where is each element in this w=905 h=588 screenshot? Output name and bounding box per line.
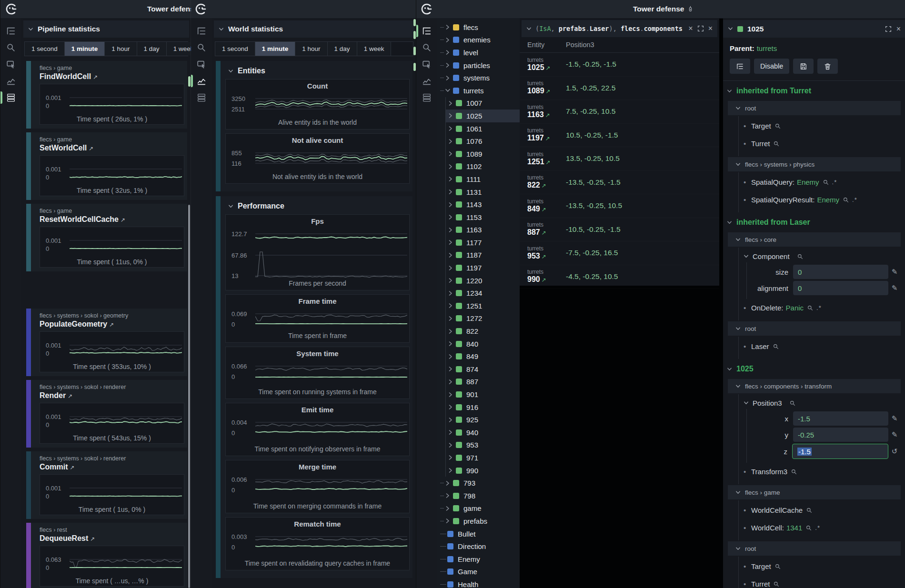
tree-item-793[interactable]: 793 — [437, 477, 520, 489]
inspector-scope-bar[interactable]: root — [728, 541, 901, 556]
tree-item-1220[interactable]: 1220 — [446, 274, 520, 287]
tab-1-day[interactable]: 1 day — [328, 42, 357, 56]
tree-item-Bullet[interactable]: Bullet — [437, 528, 520, 540]
stats-icon[interactable] — [422, 76, 432, 86]
tree-icon[interactable] — [6, 26, 16, 36]
expand-icon[interactable] — [697, 25, 704, 32]
tree-item-1007[interactable]: 1007 — [446, 97, 520, 110]
entity-link[interactable]: 1251↗ — [527, 158, 566, 167]
tree-item-916[interactable]: 916 — [446, 401, 520, 414]
chevron-right-icon[interactable] — [448, 252, 453, 258]
query-result-row[interactable]: turrets887↗-10.5, -0.25, -1.5 — [520, 218, 719, 242]
component-expandable[interactable]: Component — [739, 249, 905, 262]
chevron-right-icon[interactable] — [445, 506, 451, 511]
chevron-right-icon[interactable] — [448, 366, 453, 372]
chevron-right-icon[interactable] — [448, 126, 453, 131]
tree-icon[interactable] — [422, 26, 432, 36]
tree-item-1272[interactable]: 1272 — [446, 312, 520, 325]
chevron-right-icon[interactable] — [448, 329, 453, 334]
tree-item-1251[interactable]: 1251 — [446, 299, 520, 312]
entity-link[interactable]: 953↗ — [527, 252, 566, 261]
chevron-right-icon[interactable] — [448, 316, 453, 321]
entity-link[interactable]: 1197↗ — [527, 134, 566, 143]
edit-pencil-icon[interactable]: ✎ — [888, 284, 901, 292]
tree-item-1076[interactable]: 1076 — [446, 135, 520, 148]
tree-item-Health[interactable]: Health — [437, 578, 520, 588]
field-input-z[interactable]: -1.5 — [792, 444, 888, 459]
chevron-right-icon[interactable] — [445, 24, 451, 30]
tree-item-1163[interactable]: 1163 — [446, 224, 520, 237]
field-input-size[interactable]: 0 — [793, 265, 888, 279]
tree-item-1234[interactable]: 1234 — [446, 287, 520, 299]
section-header[interactable]: Performance — [216, 197, 412, 214]
query-icon[interactable] — [422, 59, 432, 70]
tree-item-953[interactable]: 953 — [446, 439, 520, 452]
component-value-link[interactable]: 1341 — [786, 524, 802, 532]
chevron-right-icon[interactable] — [448, 417, 453, 423]
search-icon[interactable] — [797, 253, 804, 260]
tree-item-enemies[interactable]: enemies — [437, 34, 520, 47]
chevron-right-icon[interactable] — [448, 151, 453, 157]
tree-item-849[interactable]: 849 — [446, 350, 520, 363]
system-title-link[interactable]: PopulateGeometry↗ — [40, 320, 184, 329]
chevron-right-icon[interactable] — [448, 164, 453, 169]
tree-item-level[interactable]: level — [437, 46, 520, 59]
tree-item-1131[interactable]: 1131 — [446, 186, 520, 199]
chevron-right-icon[interactable] — [445, 75, 451, 81]
chevron-right-icon[interactable] — [445, 37, 451, 43]
query-expression[interactable]: (IsA, prefabs.Laser), flecs.components — [535, 25, 684, 32]
inspector-scope-bar[interactable]: flecs › game — [728, 485, 901, 499]
field-input-alignment[interactable]: 0 — [793, 281, 888, 295]
tree-item-940[interactable]: 940 — [446, 426, 520, 439]
system-title-link[interactable]: SetWorldCell↗ — [40, 144, 184, 152]
disable-button[interactable]: Disable — [754, 59, 789, 74]
query-result-row[interactable]: turrets1197↗10.5, -0.25, -1.5 — [520, 124, 719, 148]
chevron-down-icon[interactable] — [728, 26, 733, 31]
inspector-scope-bar[interactable]: root — [728, 321, 901, 336]
tree-item-Enemy[interactable]: Enemy — [437, 553, 520, 566]
search-icon[interactable] — [789, 400, 796, 407]
tree-view-button[interactable] — [730, 59, 750, 74]
inspector-group-header[interactable]: inherited from Turret — [723, 81, 905, 100]
search-icon[interactable] — [823, 179, 829, 186]
chevron-right-icon[interactable] — [448, 429, 453, 435]
tab-1-week[interactable]: 1 week — [357, 42, 392, 56]
inspector-group-header[interactable]: 1025 — [723, 359, 905, 378]
tree-item-1111[interactable]: 1111 — [446, 173, 520, 186]
tree-item-1177[interactable]: 1177 — [446, 236, 520, 249]
chevron-right-icon[interactable] — [448, 379, 453, 385]
chevron-down-icon[interactable] — [526, 26, 532, 31]
chevron-right-icon[interactable] — [448, 468, 453, 473]
search-icon[interactable] — [773, 343, 779, 350]
entity-link[interactable]: 887↗ — [527, 228, 566, 237]
chevron-right-icon[interactable] — [448, 404, 453, 410]
search-icon[interactable] — [6, 42, 16, 53]
entity-link[interactable]: 990↗ — [527, 275, 566, 284]
table-icon[interactable] — [196, 92, 207, 103]
tree-item-901[interactable]: 901 — [446, 388, 520, 401]
world-panel-header[interactable]: World statistics — [214, 20, 414, 38]
system-title-link[interactable]: Commit↗ — [40, 463, 184, 471]
tree-item-1197[interactable]: 1197 — [446, 261, 520, 274]
tree-item-particles[interactable]: particles — [437, 59, 520, 72]
inspector-group-header[interactable]: inherited from Laser — [723, 212, 905, 231]
search-icon[interactable] — [196, 42, 207, 53]
system-title-link[interactable]: ResetWorldCellCache↗ — [40, 215, 184, 224]
search-icon[interactable] — [773, 140, 780, 147]
chevron-right-icon[interactable] — [448, 176, 453, 182]
tree-item-1187[interactable]: 1187 — [446, 249, 520, 262]
tree-item-925[interactable]: 925 — [446, 413, 520, 426]
close-icon[interactable]: × — [896, 25, 901, 33]
component-value-link[interactable]: Enemy — [797, 178, 819, 186]
tree-item-1089[interactable]: 1089 — [446, 148, 520, 160]
inspector-scope-bar[interactable]: flecs › systems › physics — [728, 157, 901, 171]
chevron-right-icon[interactable] — [448, 265, 453, 271]
tab-1-week[interactable]: 1 week — [167, 42, 191, 56]
search-icon[interactable] — [807, 305, 814, 311]
query-result-row[interactable]: turrets1089↗1.5, -0.25, 22.5 — [520, 77, 719, 100]
inspector-scope-bar[interactable]: root — [728, 101, 901, 115]
query-result-row[interactable]: turrets822↗-13.5, -0.25, -1.5 — [520, 171, 719, 195]
chevron-right-icon[interactable] — [448, 139, 453, 144]
query-result-row[interactable]: turrets1251↗13.5, -0.25, 10.5 — [520, 147, 719, 171]
system-title-link[interactable]: DequeueRest↗ — [40, 534, 184, 543]
